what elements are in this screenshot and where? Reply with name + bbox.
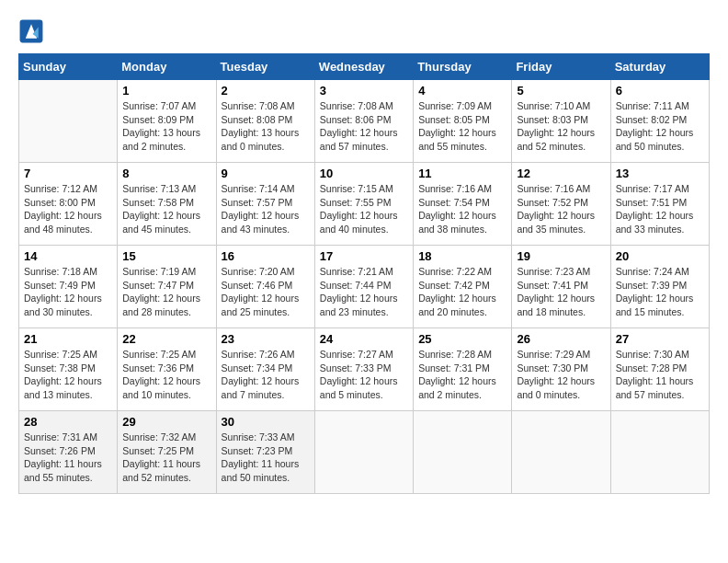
day-info: Sunrise: 7:31 AM Sunset: 7:26 PM Dayligh… <box>24 431 112 485</box>
logo <box>18 18 48 44</box>
calendar-header-thursday: Thursday <box>414 54 512 80</box>
calendar-cell: 10Sunrise: 7:15 AM Sunset: 7:55 PM Dayli… <box>314 163 413 246</box>
calendar-cell: 16Sunrise: 7:20 AM Sunset: 7:46 PM Dayli… <box>216 246 314 328</box>
day-number: 21 <box>24 332 112 346</box>
logo-icon <box>18 18 44 44</box>
day-info: Sunrise: 7:13 AM Sunset: 7:58 PM Dayligh… <box>122 182 210 236</box>
calendar-cell: 2Sunrise: 7:08 AM Sunset: 8:08 PM Daylig… <box>216 80 314 163</box>
calendar-cell: 8Sunrise: 7:13 AM Sunset: 7:58 PM Daylig… <box>118 163 216 246</box>
calendar-cell: 1Sunrise: 7:07 AM Sunset: 8:09 PM Daylig… <box>118 80 216 163</box>
day-number: 28 <box>24 415 112 429</box>
day-number: 15 <box>122 249 210 263</box>
calendar-cell: 30Sunrise: 7:33 AM Sunset: 7:23 PM Dayli… <box>216 411 314 494</box>
day-info: Sunrise: 7:22 AM Sunset: 7:42 PM Dayligh… <box>418 265 506 319</box>
day-info: Sunrise: 7:10 AM Sunset: 8:03 PM Dayligh… <box>517 99 605 154</box>
day-info: Sunrise: 7:09 AM Sunset: 8:05 PM Dayligh… <box>418 99 506 154</box>
calendar-cell: 24Sunrise: 7:27 AM Sunset: 7:33 PM Dayli… <box>314 328 413 411</box>
calendar-header-friday: Friday <box>512 54 610 80</box>
day-number: 6 <box>616 84 704 98</box>
calendar-cell: 6Sunrise: 7:11 AM Sunset: 8:02 PM Daylig… <box>610 80 709 163</box>
day-info: Sunrise: 7:11 AM Sunset: 8:02 PM Dayligh… <box>616 99 704 154</box>
calendar-cell: 7Sunrise: 7:12 AM Sunset: 8:00 PM Daylig… <box>19 163 118 246</box>
calendar-cell: 14Sunrise: 7:18 AM Sunset: 7:49 PM Dayli… <box>19 246 118 328</box>
day-info: Sunrise: 7:26 AM Sunset: 7:34 PM Dayligh… <box>222 348 310 402</box>
calendar-week-row: 21Sunrise: 7:25 AM Sunset: 7:38 PM Dayli… <box>19 328 710 411</box>
day-info: Sunrise: 7:27 AM Sunset: 7:33 PM Dayligh… <box>320 348 408 402</box>
day-number: 1 <box>122 84 210 98</box>
day-info: Sunrise: 7:08 AM Sunset: 8:08 PM Dayligh… <box>222 99 310 154</box>
day-number: 4 <box>418 84 506 98</box>
calendar-cell: 17Sunrise: 7:21 AM Sunset: 7:44 PM Dayli… <box>314 246 413 328</box>
day-number: 22 <box>122 332 210 346</box>
day-info: Sunrise: 7:32 AM Sunset: 7:25 PM Dayligh… <box>122 431 210 485</box>
day-number: 3 <box>320 84 408 98</box>
day-info: Sunrise: 7:23 AM Sunset: 7:41 PM Dayligh… <box>517 265 605 319</box>
calendar-week-row: 28Sunrise: 7:31 AM Sunset: 7:26 PM Dayli… <box>19 411 710 494</box>
calendar-cell: 26Sunrise: 7:29 AM Sunset: 7:30 PM Dayli… <box>512 328 610 411</box>
day-info: Sunrise: 7:16 AM Sunset: 7:54 PM Dayligh… <box>418 182 506 236</box>
calendar-cell: 12Sunrise: 7:16 AM Sunset: 7:52 PM Dayli… <box>512 163 610 246</box>
day-number: 16 <box>222 249 310 263</box>
day-number: 12 <box>517 167 605 180</box>
day-info: Sunrise: 7:07 AM Sunset: 8:09 PM Dayligh… <box>122 99 210 154</box>
calendar-cell: 19Sunrise: 7:23 AM Sunset: 7:41 PM Dayli… <box>512 246 610 328</box>
day-number: 2 <box>222 84 310 98</box>
day-info: Sunrise: 7:08 AM Sunset: 8:06 PM Dayligh… <box>320 99 408 154</box>
calendar-cell <box>512 411 610 494</box>
day-info: Sunrise: 7:19 AM Sunset: 7:47 PM Dayligh… <box>122 265 210 319</box>
calendar-cell <box>610 411 709 494</box>
calendar-header-tuesday: Tuesday <box>216 54 314 80</box>
calendar-cell <box>19 80 118 163</box>
day-info: Sunrise: 7:29 AM Sunset: 7:30 PM Dayligh… <box>517 348 605 402</box>
day-info: Sunrise: 7:30 AM Sunset: 7:28 PM Dayligh… <box>616 348 704 402</box>
day-info: Sunrise: 7:16 AM Sunset: 7:52 PM Dayligh… <box>517 182 605 236</box>
day-info: Sunrise: 7:33 AM Sunset: 7:23 PM Dayligh… <box>222 431 310 485</box>
day-number: 26 <box>517 332 605 346</box>
day-number: 23 <box>222 332 310 346</box>
day-number: 7 <box>24 167 112 180</box>
calendar-cell: 23Sunrise: 7:26 AM Sunset: 7:34 PM Dayli… <box>216 328 314 411</box>
calendar-header-sunday: Sunday <box>19 54 118 80</box>
calendar-cell: 20Sunrise: 7:24 AM Sunset: 7:39 PM Dayli… <box>610 246 709 328</box>
day-number: 24 <box>320 332 408 346</box>
calendar-cell: 29Sunrise: 7:32 AM Sunset: 7:25 PM Dayli… <box>118 411 216 494</box>
day-number: 30 <box>222 415 310 429</box>
day-number: 8 <box>122 167 210 180</box>
day-number: 13 <box>616 167 704 180</box>
calendar-header-monday: Monday <box>118 54 216 80</box>
day-info: Sunrise: 7:18 AM Sunset: 7:49 PM Dayligh… <box>24 265 112 319</box>
calendar-header-saturday: Saturday <box>610 54 709 80</box>
calendar-table: SundayMondayTuesdayWednesdayThursdayFrid… <box>18 53 710 494</box>
calendar-cell: 18Sunrise: 7:22 AM Sunset: 7:42 PM Dayli… <box>414 246 512 328</box>
day-info: Sunrise: 7:25 AM Sunset: 7:38 PM Dayligh… <box>24 348 112 402</box>
day-info: Sunrise: 7:15 AM Sunset: 7:55 PM Dayligh… <box>320 182 408 236</box>
day-number: 18 <box>418 249 506 263</box>
day-number: 11 <box>418 167 506 180</box>
calendar-week-row: 1Sunrise: 7:07 AM Sunset: 8:09 PM Daylig… <box>19 80 710 163</box>
calendar-cell: 5Sunrise: 7:10 AM Sunset: 8:03 PM Daylig… <box>512 80 610 163</box>
calendar-cell: 4Sunrise: 7:09 AM Sunset: 8:05 PM Daylig… <box>414 80 512 163</box>
day-info: Sunrise: 7:14 AM Sunset: 7:57 PM Dayligh… <box>222 182 310 236</box>
calendar-cell: 27Sunrise: 7:30 AM Sunset: 7:28 PM Dayli… <box>610 328 709 411</box>
day-number: 27 <box>616 332 704 346</box>
calendar-cell <box>414 411 512 494</box>
calendar-cell: 11Sunrise: 7:16 AM Sunset: 7:54 PM Dayli… <box>414 163 512 246</box>
calendar-cell: 22Sunrise: 7:25 AM Sunset: 7:36 PM Dayli… <box>118 328 216 411</box>
calendar-cell: 13Sunrise: 7:17 AM Sunset: 7:51 PM Dayli… <box>610 163 709 246</box>
day-number: 25 <box>418 332 506 346</box>
day-info: Sunrise: 7:25 AM Sunset: 7:36 PM Dayligh… <box>122 348 210 402</box>
calendar-week-row: 14Sunrise: 7:18 AM Sunset: 7:49 PM Dayli… <box>19 246 710 328</box>
page-header <box>18 18 710 44</box>
day-info: Sunrise: 7:17 AM Sunset: 7:51 PM Dayligh… <box>616 182 704 236</box>
day-number: 20 <box>616 249 704 263</box>
calendar-cell: 28Sunrise: 7:31 AM Sunset: 7:26 PM Dayli… <box>19 411 118 494</box>
day-number: 14 <box>24 249 112 263</box>
calendar-week-row: 7Sunrise: 7:12 AM Sunset: 8:00 PM Daylig… <box>19 163 710 246</box>
day-number: 5 <box>517 84 605 98</box>
day-info: Sunrise: 7:21 AM Sunset: 7:44 PM Dayligh… <box>320 265 408 319</box>
calendar-cell: 25Sunrise: 7:28 AM Sunset: 7:31 PM Dayli… <box>414 328 512 411</box>
day-info: Sunrise: 7:24 AM Sunset: 7:39 PM Dayligh… <box>616 265 704 319</box>
day-number: 29 <box>122 415 210 429</box>
calendar-cell: 3Sunrise: 7:08 AM Sunset: 8:06 PM Daylig… <box>314 80 413 163</box>
calendar-cell: 15Sunrise: 7:19 AM Sunset: 7:47 PM Dayli… <box>118 246 216 328</box>
